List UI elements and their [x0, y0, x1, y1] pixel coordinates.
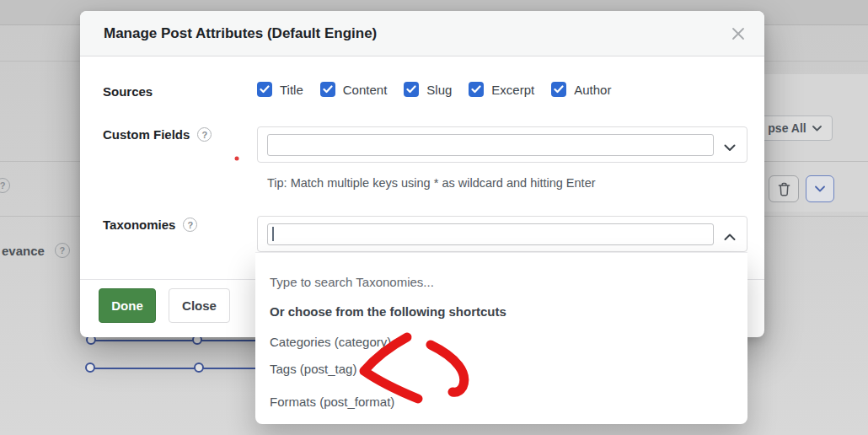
expand-row-button[interactable]	[806, 175, 834, 202]
close-button[interactable]: Close	[169, 288, 230, 323]
modal-title: Manage Post Attributes (Default Engine)	[104, 25, 377, 42]
checkbox-label: Excerpt	[491, 83, 534, 97]
collapse-all-button[interactable]: pse All	[757, 115, 833, 141]
checked-checkbox-icon	[469, 82, 484, 97]
dropdown-option-tags[interactable]: Tags (post_tag)	[270, 362, 356, 376]
custom-fields-input[interactable]	[267, 134, 714, 156]
checkbox-label: Title	[280, 83, 303, 97]
delete-button[interactable]	[769, 175, 799, 202]
slider-track	[90, 368, 255, 369]
collapse-all-label: pse All	[768, 121, 806, 135]
dropdown-heading: Or choose from the following shortcuts	[270, 304, 506, 319]
dropdown-option-formats[interactable]: Formats (post_format)	[270, 395, 394, 409]
taxonomies-combobox[interactable]	[257, 216, 747, 252]
help-icon[interactable]: ?	[55, 243, 70, 258]
checkbox-slug[interactable]: Slug	[404, 82, 452, 97]
checkbox-label: Slug	[426, 83, 452, 97]
chevron-down-icon	[815, 185, 825, 192]
custom-fields-tip: Tip: Match multiple keys using * as wild…	[267, 176, 596, 190]
chevron-up-icon[interactable]	[724, 229, 736, 244]
checked-checkbox-icon	[551, 82, 566, 97]
sources-label: Sources	[103, 84, 153, 99]
custom-fields-label: Custom Fields ?	[103, 127, 212, 142]
slider-handle[interactable]	[194, 362, 204, 373]
checkbox-excerpt[interactable]: Excerpt	[469, 82, 534, 97]
checkbox-label: Content	[343, 83, 388, 97]
modal-header: Manage Post Attributes (Default Engine)	[80, 11, 764, 56]
help-icon[interactable]: ?	[197, 127, 212, 142]
done-button[interactable]: Done	[99, 288, 156, 323]
checked-checkbox-icon	[257, 82, 272, 97]
taxonomies-label: Taxonomies ?	[103, 218, 197, 232]
dropdown-option-categories[interactable]: Categories (category)	[270, 335, 391, 349]
taxonomies-dropdown: Type to search Taxonomies... Or choose f…	[255, 252, 747, 424]
custom-fields-combobox[interactable]	[257, 126, 747, 163]
slider-handle[interactable]	[85, 362, 95, 373]
page: ? evance ? pse All Manage Post At	[0, 0, 868, 435]
close-icon[interactable]	[729, 24, 747, 43]
relevance-row: evance ?	[2, 243, 70, 258]
checked-checkbox-icon	[404, 82, 419, 97]
text-cursor	[272, 227, 274, 241]
relevance-label: evance	[2, 244, 45, 258]
trash-icon	[778, 182, 790, 196]
checkbox-author[interactable]: Author	[551, 82, 611, 97]
dropdown-hint: Type to search Taxonomies...	[270, 275, 434, 289]
help-icon[interactable]: ?	[0, 178, 10, 193]
checkbox-title[interactable]: Title	[257, 82, 303, 97]
slider-track	[91, 340, 255, 341]
checked-checkbox-icon	[320, 82, 335, 97]
taxonomies-input[interactable]	[267, 223, 714, 245]
sources-checkbox-group: Title Content Slug Excerpt	[257, 82, 611, 97]
help-icon[interactable]: ?	[183, 218, 197, 232]
chevron-down-icon[interactable]	[724, 140, 736, 155]
chevron-down-icon	[812, 126, 822, 132]
checkbox-content[interactable]: Content	[320, 82, 388, 97]
checkbox-label: Author	[574, 83, 611, 97]
